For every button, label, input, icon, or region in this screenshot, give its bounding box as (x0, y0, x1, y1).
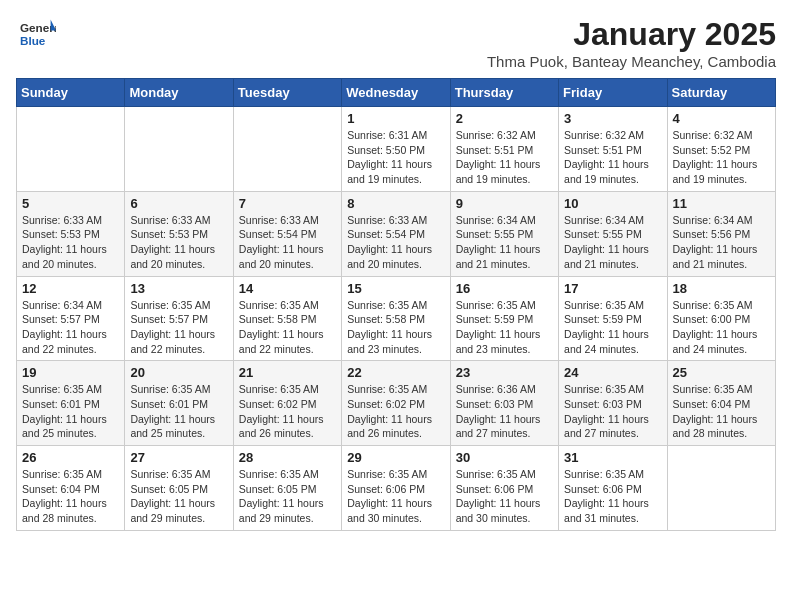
day-info: Sunrise: 6:35 AMSunset: 5:59 PMDaylight:… (564, 298, 661, 357)
day-info: Sunrise: 6:35 AMSunset: 6:05 PMDaylight:… (130, 467, 227, 526)
header-thursday: Thursday (450, 79, 558, 107)
day-number: 6 (130, 196, 227, 211)
calendar-header-row: Sunday Monday Tuesday Wednesday Thursday… (17, 79, 776, 107)
day-info: Sunrise: 6:35 AMSunset: 6:06 PMDaylight:… (564, 467, 661, 526)
day-number: 19 (22, 365, 119, 380)
day-info: Sunrise: 6:32 AMSunset: 5:51 PMDaylight:… (456, 128, 553, 187)
table-row: 21Sunrise: 6:35 AMSunset: 6:02 PMDayligh… (233, 361, 341, 446)
header-saturday: Saturday (667, 79, 775, 107)
calendar-week-row: 1Sunrise: 6:31 AMSunset: 5:50 PMDaylight… (17, 107, 776, 192)
day-info: Sunrise: 6:34 AMSunset: 5:55 PMDaylight:… (456, 213, 553, 272)
day-number: 24 (564, 365, 661, 380)
header-monday: Monday (125, 79, 233, 107)
table-row: 30Sunrise: 6:35 AMSunset: 6:06 PMDayligh… (450, 446, 558, 531)
day-info: Sunrise: 6:35 AMSunset: 6:03 PMDaylight:… (564, 382, 661, 441)
day-info: Sunrise: 6:35 AMSunset: 6:01 PMDaylight:… (22, 382, 119, 441)
day-info: Sunrise: 6:31 AMSunset: 5:50 PMDaylight:… (347, 128, 444, 187)
table-row: 7Sunrise: 6:33 AMSunset: 5:54 PMDaylight… (233, 191, 341, 276)
location-subtitle: Thma Puok, Banteay Meanchey, Cambodia (487, 53, 776, 70)
header-wednesday: Wednesday (342, 79, 450, 107)
table-row: 3Sunrise: 6:32 AMSunset: 5:51 PMDaylight… (559, 107, 667, 192)
calendar-week-row: 19Sunrise: 6:35 AMSunset: 6:01 PMDayligh… (17, 361, 776, 446)
day-info: Sunrise: 6:33 AMSunset: 5:53 PMDaylight:… (130, 213, 227, 272)
table-row: 28Sunrise: 6:35 AMSunset: 6:05 PMDayligh… (233, 446, 341, 531)
table-row: 26Sunrise: 6:35 AMSunset: 6:04 PMDayligh… (17, 446, 125, 531)
logo-icon: General Blue (20, 16, 56, 52)
table-row: 18Sunrise: 6:35 AMSunset: 6:00 PMDayligh… (667, 276, 775, 361)
day-info: Sunrise: 6:34 AMSunset: 5:57 PMDaylight:… (22, 298, 119, 357)
day-number: 25 (673, 365, 770, 380)
title-block: January 2025 Thma Puok, Banteay Meanchey… (487, 16, 776, 70)
day-info: Sunrise: 6:35 AMSunset: 6:02 PMDaylight:… (347, 382, 444, 441)
day-info: Sunrise: 6:35 AMSunset: 5:57 PMDaylight:… (130, 298, 227, 357)
day-info: Sunrise: 6:35 AMSunset: 5:58 PMDaylight:… (347, 298, 444, 357)
table-row: 9Sunrise: 6:34 AMSunset: 5:55 PMDaylight… (450, 191, 558, 276)
day-info: Sunrise: 6:33 AMSunset: 5:54 PMDaylight:… (347, 213, 444, 272)
day-number: 11 (673, 196, 770, 211)
day-info: Sunrise: 6:33 AMSunset: 5:54 PMDaylight:… (239, 213, 336, 272)
day-number: 15 (347, 281, 444, 296)
page-header: General Blue January 2025 Thma Puok, Ban… (16, 16, 776, 70)
table-row: 13Sunrise: 6:35 AMSunset: 5:57 PMDayligh… (125, 276, 233, 361)
day-number: 31 (564, 450, 661, 465)
day-info: Sunrise: 6:32 AMSunset: 5:52 PMDaylight:… (673, 128, 770, 187)
header-tuesday: Tuesday (233, 79, 341, 107)
day-info: Sunrise: 6:35 AMSunset: 5:58 PMDaylight:… (239, 298, 336, 357)
calendar-week-row: 26Sunrise: 6:35 AMSunset: 6:04 PMDayligh… (17, 446, 776, 531)
day-number: 17 (564, 281, 661, 296)
table-row: 6Sunrise: 6:33 AMSunset: 5:53 PMDaylight… (125, 191, 233, 276)
table-row: 12Sunrise: 6:34 AMSunset: 5:57 PMDayligh… (17, 276, 125, 361)
day-number: 21 (239, 365, 336, 380)
day-number: 10 (564, 196, 661, 211)
table-row (667, 446, 775, 531)
day-info: Sunrise: 6:35 AMSunset: 6:00 PMDaylight:… (673, 298, 770, 357)
calendar-week-row: 12Sunrise: 6:34 AMSunset: 5:57 PMDayligh… (17, 276, 776, 361)
table-row (233, 107, 341, 192)
table-row: 31Sunrise: 6:35 AMSunset: 6:06 PMDayligh… (559, 446, 667, 531)
calendar-table: Sunday Monday Tuesday Wednesday Thursday… (16, 78, 776, 531)
header-sunday: Sunday (17, 79, 125, 107)
day-number: 22 (347, 365, 444, 380)
table-row: 24Sunrise: 6:35 AMSunset: 6:03 PMDayligh… (559, 361, 667, 446)
day-number: 4 (673, 111, 770, 126)
day-number: 12 (22, 281, 119, 296)
table-row (125, 107, 233, 192)
day-number: 13 (130, 281, 227, 296)
day-number: 23 (456, 365, 553, 380)
month-title: January 2025 (487, 16, 776, 53)
day-number: 3 (564, 111, 661, 126)
table-row: 11Sunrise: 6:34 AMSunset: 5:56 PMDayligh… (667, 191, 775, 276)
day-info: Sunrise: 6:34 AMSunset: 5:56 PMDaylight:… (673, 213, 770, 272)
table-row: 27Sunrise: 6:35 AMSunset: 6:05 PMDayligh… (125, 446, 233, 531)
day-number: 8 (347, 196, 444, 211)
day-number: 2 (456, 111, 553, 126)
table-row: 23Sunrise: 6:36 AMSunset: 6:03 PMDayligh… (450, 361, 558, 446)
table-row: 29Sunrise: 6:35 AMSunset: 6:06 PMDayligh… (342, 446, 450, 531)
day-info: Sunrise: 6:35 AMSunset: 6:06 PMDaylight:… (347, 467, 444, 526)
day-number: 20 (130, 365, 227, 380)
day-info: Sunrise: 6:35 AMSunset: 6:04 PMDaylight:… (22, 467, 119, 526)
day-number: 5 (22, 196, 119, 211)
logo: General Blue (16, 16, 56, 56)
table-row: 19Sunrise: 6:35 AMSunset: 6:01 PMDayligh… (17, 361, 125, 446)
day-number: 26 (22, 450, 119, 465)
day-number: 30 (456, 450, 553, 465)
table-row: 5Sunrise: 6:33 AMSunset: 5:53 PMDaylight… (17, 191, 125, 276)
table-row: 4Sunrise: 6:32 AMSunset: 5:52 PMDaylight… (667, 107, 775, 192)
table-row: 8Sunrise: 6:33 AMSunset: 5:54 PMDaylight… (342, 191, 450, 276)
day-info: Sunrise: 6:35 AMSunset: 6:01 PMDaylight:… (130, 382, 227, 441)
table-row: 25Sunrise: 6:35 AMSunset: 6:04 PMDayligh… (667, 361, 775, 446)
day-info: Sunrise: 6:33 AMSunset: 5:53 PMDaylight:… (22, 213, 119, 272)
day-info: Sunrise: 6:35 AMSunset: 6:05 PMDaylight:… (239, 467, 336, 526)
day-number: 9 (456, 196, 553, 211)
day-number: 16 (456, 281, 553, 296)
table-row: 14Sunrise: 6:35 AMSunset: 5:58 PMDayligh… (233, 276, 341, 361)
header-friday: Friday (559, 79, 667, 107)
day-number: 28 (239, 450, 336, 465)
day-number: 27 (130, 450, 227, 465)
day-number: 7 (239, 196, 336, 211)
day-number: 1 (347, 111, 444, 126)
day-info: Sunrise: 6:32 AMSunset: 5:51 PMDaylight:… (564, 128, 661, 187)
calendar-week-row: 5Sunrise: 6:33 AMSunset: 5:53 PMDaylight… (17, 191, 776, 276)
day-number: 14 (239, 281, 336, 296)
